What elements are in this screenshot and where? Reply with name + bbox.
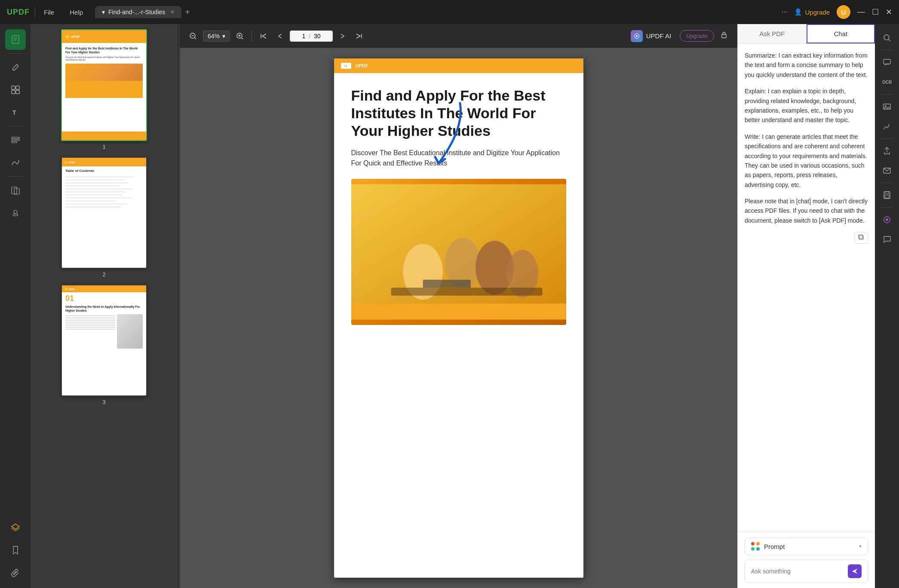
right-save-icon[interactable] (878, 187, 896, 204)
right-ai-icon[interactable] (878, 211, 896, 228)
thumbnail-page-2: 🟡 UPDF Table of Contents (61, 157, 147, 269)
svg-line-23 (242, 38, 243, 39)
title-bar: UPDF File Help ▾ Find-and-...-r-Studies … (0, 0, 899, 24)
sidebar-sep-3 (9, 176, 22, 177)
page-input[interactable]: 1 / 30 (290, 31, 333, 42)
minimize-btn[interactable]: — (857, 7, 865, 17)
thumbnail-1[interactable]: 🟡 UPDF Find and Apply for the Best Insti… (36, 29, 172, 150)
maximize-btn[interactable]: ☐ (872, 7, 879, 17)
tab-ask-pdf[interactable]: Ask PDF (738, 24, 807, 43)
ellipsis-btn[interactable]: ··· (782, 8, 787, 16)
sidebar-icon-form[interactable] (5, 130, 26, 150)
active-tab[interactable]: ▾ Find-and-...-r-Studies ✕ (95, 6, 181, 18)
sidebar-sep-1 (9, 53, 22, 54)
ask-input[interactable] (751, 568, 844, 575)
sidebar-icon-reader[interactable] (5, 29, 26, 50)
thumb1-image (65, 64, 143, 98)
right-message-icon[interactable] (878, 231, 896, 248)
upgrade-toolbar-btn[interactable]: Upgrade (680, 30, 714, 42)
pdf-image-area (351, 179, 566, 325)
zoom-in-btn[interactable] (233, 30, 246, 43)
svg-rect-11 (12, 141, 17, 143)
ai-para-explain: Explain: I can explain a topic in depth,… (745, 86, 868, 125)
page-first-btn[interactable] (257, 30, 270, 43)
right-sep-3 (881, 138, 893, 139)
prompt-label: Prompt (764, 543, 855, 550)
updf-ai-btn[interactable]: UPDF AI (626, 28, 676, 45)
current-page: 1 (302, 33, 306, 40)
right-sep-1 (881, 50, 893, 50)
svg-rect-5 (16, 86, 19, 89)
lock-btn[interactable] (718, 28, 730, 43)
title-bar-right: ··· 👤 Upgrade U — ☐ ✕ (782, 5, 892, 19)
page-next-btn[interactable] (336, 30, 349, 43)
svg-rect-4 (12, 86, 15, 89)
sidebar-icon-bookmark[interactable] (5, 540, 26, 560)
thumbnail-3[interactable]: 🟡 UPDF 01 Understanding the Need to Appl… (36, 285, 172, 405)
toolbar: 64% ▾ (180, 24, 737, 48)
upgrade-icon: 👤 (794, 8, 802, 16)
sidebar-icon-pages[interactable] (5, 180, 26, 201)
right-comment-icon[interactable] (878, 54, 896, 71)
thumb3-section-title: Understanding the Need to Apply Internat… (62, 305, 146, 312)
menu-file[interactable]: File (40, 7, 58, 18)
tab-chat[interactable]: Chat (807, 24, 875, 43)
page-prev-btn[interactable] (273, 30, 286, 43)
tab-dropdown-icon: ▾ (102, 9, 105, 15)
total-pages: 30 (314, 33, 321, 40)
svg-point-14 (14, 210, 17, 214)
svg-rect-33 (391, 288, 542, 296)
svg-rect-34 (423, 280, 470, 288)
right-share-icon[interactable] (878, 142, 896, 159)
thumb1-footer (62, 132, 146, 140)
svg-rect-45 (885, 192, 889, 194)
upgrade-title-btn[interactable]: 👤 Upgrade (794, 8, 830, 16)
tab-bar: ▾ Find-and-...-r-Studies ✕ + (95, 6, 776, 18)
svg-point-42 (885, 105, 887, 107)
right-image-icon[interactable] (878, 98, 896, 115)
ai-copy-btn[interactable] (854, 232, 868, 244)
prompt-dots-icon (751, 542, 760, 551)
ask-send-btn[interactable] (848, 564, 862, 578)
pdf-page-header: U UPDF (334, 58, 583, 73)
right-sep-4 (881, 183, 893, 183)
left-sidebar: T (0, 24, 31, 588)
svg-point-26 (636, 35, 638, 37)
svg-rect-15 (13, 214, 18, 216)
sidebar-icon-attach[interactable] (5, 562, 26, 583)
right-search-icon[interactable] (878, 29, 896, 46)
sidebar-icon-layout[interactable] (5, 80, 26, 100)
prompt-selector[interactable]: Prompt ▾ (745, 537, 868, 555)
right-sign-icon[interactable] (878, 118, 896, 135)
zoom-display[interactable]: 64% ▾ (203, 31, 230, 42)
right-ocr-icon[interactable]: OCR (878, 74, 896, 91)
tab-add-btn[interactable]: + (185, 7, 190, 17)
sidebar-icon-stamp[interactable] (5, 202, 26, 223)
zoom-out-btn[interactable] (187, 30, 199, 43)
thumb1-logo: 🟡 UPDF (65, 35, 80, 39)
sidebar-icon-layers[interactable] (5, 518, 26, 538)
updf-ai-label: UPDF AI (646, 32, 671, 40)
menu-help[interactable]: Help (66, 7, 86, 18)
thumbnail-page-1: 🟡 UPDF Find and Apply for the Best Insti… (61, 29, 147, 141)
sidebar-icon-edit[interactable] (5, 57, 26, 78)
thumbnail-num-3: 3 (102, 399, 105, 405)
updf-ai-icon (631, 30, 643, 42)
zoom-value: 64% (208, 33, 220, 40)
sidebar-icon-sign[interactable] (5, 152, 26, 173)
thumbnail-2[interactable]: 🟡 UPDF Table of Contents 2 (36, 157, 172, 278)
svg-rect-36 (859, 236, 863, 239)
page-separator: / (309, 33, 310, 40)
sidebar-icon-text[interactable]: T (5, 102, 26, 122)
page-last-btn[interactable] (353, 30, 365, 43)
toolbar-sep-1 (252, 30, 252, 42)
ai-panel-bottom: Prompt ▾ (738, 532, 875, 588)
right-mail-icon[interactable] (878, 162, 896, 179)
svg-rect-27 (722, 34, 726, 38)
svg-line-19 (195, 38, 196, 39)
close-btn[interactable]: ✕ (886, 7, 892, 17)
pdf-main-title: Find and Apply For the Best Institutes I… (351, 87, 566, 139)
user-avatar[interactable]: U (837, 5, 850, 19)
tab-title: Find-and-...-r-Studies (108, 9, 165, 15)
tab-close-btn[interactable]: ✕ (170, 9, 175, 15)
